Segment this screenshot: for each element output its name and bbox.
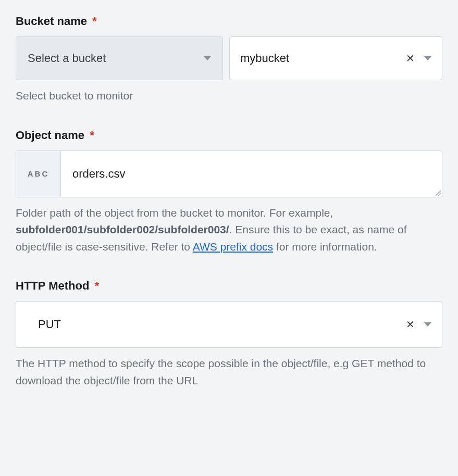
aws-prefix-docs-link[interactable]: AWS prefix docs (193, 241, 273, 253)
http-method-hint: The HTTP method to specify the scope pos… (16, 355, 442, 389)
object-name-label-text: Object name (16, 129, 84, 142)
required-asterisk: * (92, 15, 97, 28)
bucket-hint: Select bucket to monitor (16, 87, 442, 105)
required-asterisk: * (90, 129, 94, 142)
object-hint: Folder path of the object from the bucke… (16, 205, 442, 256)
bucket-name-label: Bucket name * (16, 15, 442, 28)
object-hint-pre: Folder path of the object from the bucke… (16, 207, 333, 219)
bucket-selected-value: mybucket (240, 52, 289, 65)
bucket-select[interactable]: Select a bucket (16, 36, 223, 80)
required-asterisk: * (94, 279, 99, 292)
object-name-group: Object name * ABC Folder path of the obj… (16, 129, 442, 256)
object-name-label: Object name * (16, 129, 442, 142)
bucket-select-placeholder: Select a bucket (28, 52, 106, 65)
http-method-select[interactable]: PUT ✕ (16, 301, 442, 348)
caret-down-icon (424, 56, 431, 60)
bucket-selected-combo[interactable]: mybucket ✕ (229, 36, 442, 80)
bucket-name-group: Bucket name * Select a bucket mybucket ✕… (16, 15, 442, 105)
object-hint-post: for more information. (273, 241, 377, 253)
clear-icon[interactable]: ✕ (406, 319, 415, 330)
caret-down-icon (424, 322, 431, 327)
clear-icon[interactable]: ✕ (406, 53, 415, 64)
http-method-label-text: HTTP Method (16, 279, 89, 292)
caret-down-icon (204, 56, 211, 60)
http-method-value: PUT (38, 318, 61, 331)
object-name-input[interactable] (61, 151, 442, 197)
http-method-group: HTTP Method * PUT ✕ The HTTP method to s… (16, 279, 442, 389)
object-name-input-wrap: ABC (16, 151, 442, 197)
object-hint-example: subfolder001/subfolder002/subfolder003/ (16, 223, 229, 235)
http-method-label: HTTP Method * (16, 279, 442, 293)
bucket-name-label-text: Bucket name (16, 15, 87, 28)
text-type-badge: ABC (16, 151, 61, 197)
